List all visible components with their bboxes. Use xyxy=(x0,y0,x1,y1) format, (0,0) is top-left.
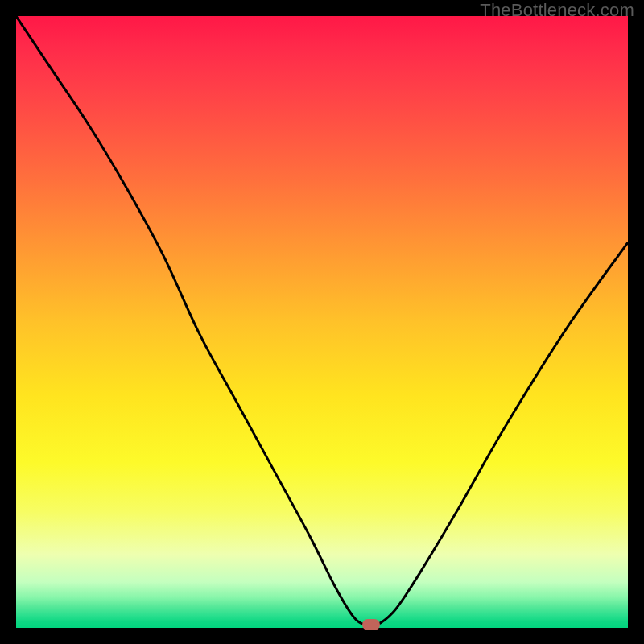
watermark-text: TheBottleneck.com xyxy=(480,0,634,21)
curve-svg xyxy=(16,16,628,628)
chart-container: TheBottleneck.com xyxy=(0,0,644,644)
optimal-marker xyxy=(362,619,380,630)
bottleneck-curve xyxy=(16,16,628,626)
plot-area xyxy=(16,16,628,628)
